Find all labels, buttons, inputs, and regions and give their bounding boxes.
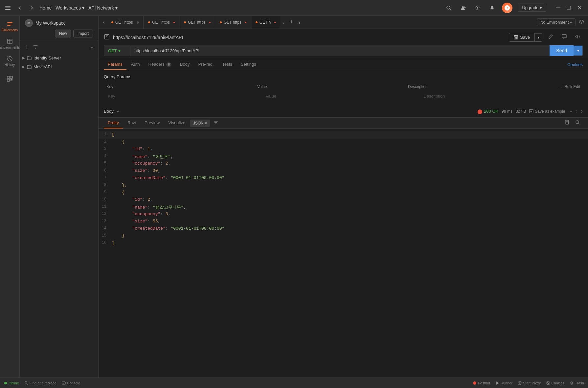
- line-number: 16: [99, 240, 112, 245]
- value-input[interactable]: [264, 92, 422, 100]
- settings-button[interactable]: [473, 3, 482, 12]
- save-button[interactable]: Save: [509, 33, 535, 42]
- resp-tab-preview[interactable]: Preview: [141, 118, 164, 128]
- status-online[interactable]: Online: [4, 381, 19, 385]
- status-badge: ⬤ 200 OK: [477, 109, 498, 114]
- desc-input[interactable]: [422, 92, 580, 100]
- line-content: "name": "여인초",: [112, 154, 588, 160]
- response-size: 327 B: [516, 109, 526, 114]
- env-eye-button[interactable]: [577, 18, 585, 27]
- key-input[interactable]: [106, 92, 264, 100]
- tab-tests[interactable]: Tests: [218, 59, 236, 70]
- tab-params[interactable]: Params: [104, 59, 126, 70]
- line-number: 2: [99, 139, 112, 144]
- trash-item[interactable]: Trash: [570, 381, 584, 385]
- tab-prereq[interactable]: Pre-req.: [194, 59, 218, 70]
- filter-icon-button[interactable]: [211, 119, 221, 127]
- save-example-button[interactable]: Save as example: [529, 109, 565, 114]
- sidebar-item-collections[interactable]: Collections: [1, 18, 19, 34]
- resp-tab-raw[interactable]: Raw: [124, 118, 140, 128]
- filter-button[interactable]: [32, 44, 39, 50]
- tab-next-button[interactable]: ›: [281, 18, 286, 26]
- collections-more-button[interactable]: ···: [88, 43, 94, 51]
- line-content: }: [112, 233, 588, 238]
- tab-dropdown-button[interactable]: ▾: [296, 18, 303, 26]
- code-line: 16]: [99, 240, 588, 247]
- api-network-menu[interactable]: API Network ▾: [88, 5, 118, 11]
- import-button[interactable]: Import: [73, 30, 93, 37]
- edit-button[interactable]: [546, 33, 556, 42]
- tab-prev-button[interactable]: ‹: [101, 18, 107, 26]
- response-nav-right[interactable]: ›: [581, 108, 583, 115]
- response-more-button[interactable]: ···: [568, 109, 572, 114]
- url-input[interactable]: [130, 46, 550, 56]
- start-proxy-item[interactable]: Start Proxy: [518, 381, 541, 385]
- cookies-item[interactable]: Cookies: [546, 381, 565, 385]
- resp-tab-visualize[interactable]: Visualize: [164, 118, 189, 128]
- new-button[interactable]: New: [55, 30, 71, 37]
- notifications-button[interactable]: [487, 3, 497, 12]
- upgrade-button[interactable]: Upgrade ▾: [518, 4, 546, 12]
- new-tab-button[interactable]: +: [287, 17, 296, 27]
- workspaces-menu[interactable]: Workspaces ▾: [56, 5, 84, 11]
- comment-button[interactable]: [559, 33, 569, 42]
- console-item[interactable]: Console: [62, 381, 80, 385]
- tab-body[interactable]: Body: [176, 59, 194, 70]
- response-area: Body ▾ ⬤ 200 OK 98 ms 327 B Save as exam…: [99, 105, 588, 377]
- tab-1[interactable]: GET https ●: [107, 16, 144, 29]
- home-link[interactable]: Home: [39, 5, 52, 11]
- response-nav-left[interactable]: ‹: [576, 108, 577, 115]
- svg-rect-22: [530, 109, 533, 113]
- tab-headers[interactable]: Headers 6: [145, 59, 175, 70]
- method-select[interactable]: GET ▾: [104, 46, 130, 56]
- code-line: 10 "id": 2,: [99, 196, 588, 204]
- search-button[interactable]: [444, 3, 453, 12]
- svg-rect-13: [10, 76, 12, 79]
- tab-dot: [220, 21, 222, 23]
- code-area[interactable]: 1[2 {3 "id": 1,4 "name": "여인초",5 "occupa…: [99, 129, 588, 377]
- save-dropdown-button[interactable]: ▾: [535, 33, 542, 42]
- send-button[interactable]: Send: [550, 45, 574, 56]
- tab-dot-indicator: ●: [136, 19, 139, 25]
- json-format-button[interactable]: JSON ▾: [190, 120, 210, 127]
- collection-identity-server[interactable]: ▶ Identity Server: [20, 54, 98, 62]
- add-collection-button[interactable]: [24, 44, 30, 50]
- svg-rect-1: [5, 8, 11, 8]
- minimize-button[interactable]: ─: [554, 4, 562, 12]
- copy-response-button[interactable]: [562, 119, 572, 127]
- tab-2[interactable]: GET https ●: [144, 16, 179, 29]
- send-dropdown-button[interactable]: ▾: [574, 46, 582, 56]
- runner-item[interactable]: Runner: [495, 381, 512, 385]
- tab-3[interactable]: GET https ●: [180, 16, 215, 29]
- code-button[interactable]: [573, 33, 583, 42]
- menu-button[interactable]: [4, 4, 12, 12]
- body-label: Body: [104, 109, 114, 114]
- sidebar-item-history[interactable]: History: [1, 53, 19, 69]
- bulk-edit-button[interactable]: Bulk Edit: [565, 84, 580, 89]
- postbot-item[interactable]: Postbot: [473, 381, 490, 385]
- search-response-button[interactable]: [573, 119, 583, 127]
- tab-settings[interactable]: Settings: [237, 59, 260, 70]
- resp-tab-pretty[interactable]: Pretty: [104, 118, 123, 128]
- tab-auth[interactable]: Auth: [127, 59, 144, 70]
- sidebar-item-environments[interactable]: Environments: [1, 36, 19, 52]
- find-replace-item[interactable]: Find and replace: [24, 381, 57, 385]
- tab-4[interactable]: GET https ●: [216, 16, 251, 29]
- env-select-button[interactable]: No Environment ▾: [537, 18, 576, 26]
- code-line: 2 {: [99, 139, 588, 146]
- response-header: Body ▾ ⬤ 200 OK 98 ms 327 B Save as exam…: [99, 105, 588, 118]
- forward-button[interactable]: [28, 4, 35, 12]
- code-line: 13 "size": 55,: [99, 218, 588, 225]
- body-format-dropdown[interactable]: ▾: [117, 109, 119, 114]
- line-number: 15: [99, 233, 112, 238]
- collection-movie-api[interactable]: ▶ MovieAPI: [20, 62, 98, 71]
- back-button[interactable]: [16, 4, 24, 12]
- close-button[interactable]: ✕: [575, 4, 584, 12]
- sidebar-item-mock[interactable]: [1, 73, 19, 86]
- code-line: 7 "createdDate": "0001-01-01T00:00:00": [99, 175, 588, 182]
- tab-5[interactable]: GET h ●: [252, 16, 281, 29]
- maximize-button[interactable]: □: [565, 4, 573, 12]
- sidebar-icons: Collections Environments History: [0, 16, 20, 377]
- invite-button[interactable]: [459, 3, 468, 12]
- cookies-link[interactable]: Cookies: [567, 62, 583, 67]
